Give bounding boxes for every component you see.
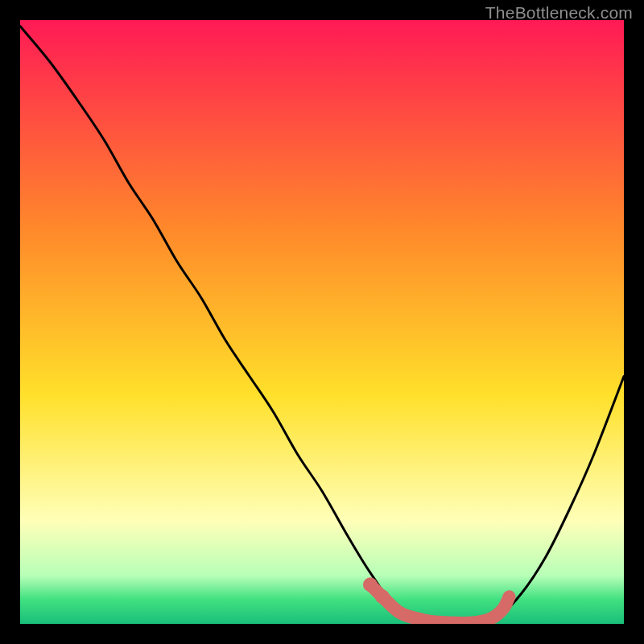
curve-layer xyxy=(20,20,624,624)
bottleneck-curve xyxy=(20,27,624,625)
highlight-dot xyxy=(363,577,378,592)
highlight-dot xyxy=(375,589,390,604)
highlight-markers xyxy=(370,584,510,623)
plot-area xyxy=(20,20,624,624)
outer-frame: TheBottleneck.com xyxy=(0,0,644,644)
watermark-text: TheBottleneck.com xyxy=(485,3,633,23)
